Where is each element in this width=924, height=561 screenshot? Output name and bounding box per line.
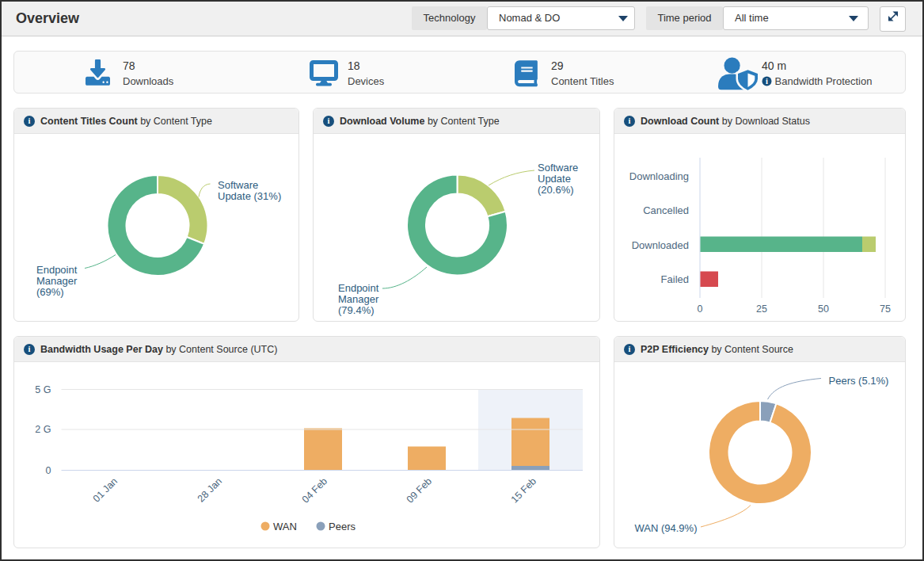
svg-text:0: 0 bbox=[698, 303, 703, 315]
svg-text:i: i bbox=[766, 77, 768, 86]
svg-text:WAN: WAN bbox=[273, 521, 297, 532]
svg-text:0: 0 bbox=[46, 465, 51, 476]
svg-text:(69%): (69%) bbox=[36, 286, 64, 298]
svg-text:Endpoint: Endpoint bbox=[338, 282, 379, 294]
svg-text:Peers: Peers bbox=[329, 521, 356, 532]
svg-text:09 Feb: 09 Feb bbox=[405, 475, 434, 505]
svg-text:Peers (5.1%): Peers (5.1%) bbox=[829, 375, 889, 387]
svg-text:04 Feb: 04 Feb bbox=[300, 475, 329, 505]
svg-text:Cancelled: Cancelled bbox=[643, 204, 689, 216]
svg-text:Downloaded: Downloaded bbox=[632, 239, 689, 251]
svg-text:01 Jan: 01 Jan bbox=[91, 475, 120, 504]
svg-text:Software: Software bbox=[538, 162, 578, 174]
svg-text:5 G: 5 G bbox=[35, 384, 51, 395]
svg-text:25: 25 bbox=[756, 303, 767, 315]
svg-text:Endpoint: Endpoint bbox=[36, 264, 78, 276]
svg-text:Update: Update bbox=[538, 173, 571, 185]
svg-text:Manager: Manager bbox=[36, 275, 78, 287]
svg-text:2 G: 2 G bbox=[35, 424, 51, 435]
svg-text:(20.6%): (20.6%) bbox=[538, 184, 574, 196]
svg-text:Software: Software bbox=[218, 179, 258, 191]
svg-text:WAN (94.9%): WAN (94.9%) bbox=[635, 522, 698, 534]
svg-text:Downloading: Downloading bbox=[629, 170, 689, 182]
svg-text:Manager: Manager bbox=[338, 293, 379, 305]
svg-text:Update (31%): Update (31%) bbox=[218, 190, 281, 202]
svg-text:75: 75 bbox=[880, 303, 891, 315]
svg-text:28 Jan: 28 Jan bbox=[196, 475, 224, 504]
svg-text:Failed: Failed bbox=[661, 273, 689, 285]
svg-text:50: 50 bbox=[818, 303, 829, 315]
svg-text:15 Feb: 15 Feb bbox=[509, 475, 538, 505]
svg-text:(79.4%): (79.4%) bbox=[338, 304, 375, 316]
